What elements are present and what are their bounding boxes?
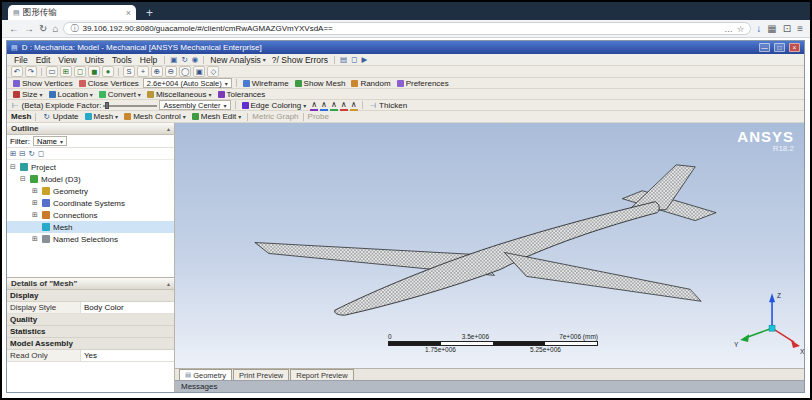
detail-value[interactable]: Body Color [81,302,174,313]
forward-icon[interactable]: → [24,24,34,34]
show-mesh-button[interactable]: Show Mesh [293,79,348,88]
assembly-center-select[interactable]: Assembly Center ▾ [159,100,230,110]
zoom-in-icon[interactable]: ⊕ [151,66,163,77]
menu-units[interactable]: Units [82,55,107,65]
home-icon[interactable]: ⌂ [52,24,58,34]
ansys-title-bar[interactable]: ▤ D : Mechanica: Model - Mechanical [ANS… [7,41,804,54]
chart-icon[interactable]: ◻ [350,55,358,64]
edge-select-icon[interactable]: ● [102,66,114,77]
graphics-viewport[interactable]: Z Y X ANSYS R18.2 0 3.5e [175,123,804,368]
messages-bar[interactable]: Messages [175,380,804,392]
edge-angle-icon[interactable]: ∧ [340,100,348,111]
refresh-model-icon[interactable]: ↻ [180,55,188,64]
miscellaneous-dropdown[interactable]: Miscellaneous ▾ [145,90,214,99]
tree-item-connections[interactable]: ⊞ Connections [7,209,174,221]
tree-item-coordinate-systems[interactable]: ⊞ Coordinate Systems [7,197,174,209]
details-section-statistics[interactable]: Statistics [7,326,174,338]
extend-selection-icon[interactable]: ⊞ [60,66,72,77]
mesh-edit-dropdown[interactable]: Mesh Edit ▾ [190,112,244,121]
menu-edit[interactable]: Edit [33,55,54,65]
browser-tab[interactable]: ▤ 图形传输 × [8,5,136,20]
close-tab-icon[interactable]: × [126,8,131,18]
edge-coloring-dropdown[interactable]: Edge Coloring ▾ [240,101,309,110]
edge-angle-icon[interactable]: ∧ [350,100,358,111]
close-icon[interactable]: × [789,43,800,52]
menu-tools[interactable]: Tools [109,55,135,65]
expand-expander-icon[interactable]: ⊞ [31,211,39,219]
details-header[interactable]: Details of "Mesh" ▴ [7,278,174,290]
browser-menu-icon[interactable]: ≡ [797,24,803,34]
outline-header[interactable]: Outline ▴ [7,123,174,135]
tree-item-model[interactable]: ⊟ Model (D3) [7,173,174,185]
slider-thumb[interactable] [105,102,109,109]
look-at-icon[interactable]: ◇ [207,66,219,77]
tree-item-named-selections[interactable]: ⊞ Named Selections [7,233,174,245]
rotate-icon[interactable]: S [123,66,135,77]
site-info-icon[interactable]: ⓘ [70,23,78,34]
wireframe-button[interactable]: Wireframe [241,79,291,88]
box-select-icon[interactable]: ▭ [46,66,58,77]
body-select-icon[interactable]: ◼ [88,66,100,77]
address-bar[interactable]: ⓘ 39.106.192.90:8080/guacamole/#/client/… [63,22,751,35]
new-analysis-button[interactable]: New Analysis ▾ [208,55,268,65]
details-row-display-style[interactable]: Display Style Body Color [7,302,174,314]
tab-report-preview[interactable]: Report Preview [290,369,353,380]
vertex-select-icon[interactable]: ◻ [74,66,86,77]
collapse-expander-icon[interactable]: ⊟ [9,163,17,171]
menu-file[interactable]: File [11,55,31,65]
zoom-fit-icon[interactable]: ◯ [179,66,191,77]
pin-icon[interactable]: ▴ [167,125,170,132]
thicken-button[interactable]: ⊣ Thicken [367,101,410,110]
maximize-icon[interactable]: □ [774,43,785,52]
expand-all-icon[interactable]: ⊞ [10,149,16,158]
location-dropdown[interactable]: Location ▾ [47,90,95,99]
tab-geometry[interactable]: ▤ Geometry [179,369,232,380]
extensions-icon[interactable]: ▦ [767,24,776,34]
tolerances-button[interactable]: Tolerances [216,90,268,99]
new-tab-button[interactable]: + [146,6,153,20]
play-icon[interactable]: ▶ [360,55,368,64]
edge-angle-icon[interactable]: ∧ [330,100,338,111]
explode-factor-slider[interactable] [103,101,157,110]
details-section-model-assembly[interactable]: Model Assembly [7,338,174,350]
preferences-button[interactable]: Preferences [395,79,451,88]
edge-angle-icon[interactable]: ∧ [310,100,318,111]
filter-select[interactable]: Name ▾ [33,136,67,146]
more-actions-icon[interactable]: … [724,24,733,34]
edge-angle-icon[interactable]: ∧ [320,100,328,111]
menu-help[interactable]: Help [137,55,160,65]
redo-icon[interactable]: ↷ [25,66,37,77]
downloads-icon[interactable]: ↓ [756,24,761,34]
show-vertices-button[interactable]: Show Vertices [11,79,75,88]
minimize-icon[interactable]: — [759,43,770,52]
close-vertices-button[interactable]: Close Vertices [77,79,141,88]
tree-item-project[interactable]: ⊟ Project [7,161,174,173]
worksheet-icon[interactable]: ▣ [169,55,178,64]
collapse-expander-icon[interactable]: ⊟ [19,175,27,183]
scale-select[interactable]: 2.6e+004 (Auto Scale) ▾ [143,78,232,88]
orientation-triad[interactable]: Z Y X [734,292,804,355]
expand-expander-icon[interactable]: ⊞ [31,187,39,195]
expand-expander-icon[interactable]: ⊞ [31,199,39,207]
url-text[interactable]: 39.106.192.90:8080/guacamole/#/client/cm… [82,24,720,33]
refresh-icon[interactable]: ↻ [39,24,47,34]
tag-icon[interactable]: ▤ [339,55,348,64]
show-errors-button[interactable]: ?/ Show Errors [270,55,330,65]
bookmark-star-icon[interactable]: ☆ [737,24,745,34]
back-icon[interactable]: ← [9,24,19,34]
convert-dropdown[interactable]: Convert ▾ [97,90,143,99]
mesh-dropdown[interactable]: Mesh ▾ [83,112,121,121]
expand-expander-icon[interactable]: ⊞ [31,235,39,243]
pan-icon[interactable]: + [137,66,149,77]
tree-item-mesh[interactable]: Mesh [7,221,174,233]
update-button[interactable]: ↻ Update [40,112,80,121]
solve-icon[interactable]: ◉ [191,55,200,64]
pin-icon[interactable]: ▴ [167,280,170,287]
random-colors-button[interactable]: Random [349,79,392,88]
tab-print-preview[interactable]: Print Preview [233,369,289,380]
collapse-all-icon[interactable]: ⊟ [19,149,25,158]
details-row-read-only[interactable]: Read Only Yes [7,350,174,362]
show-hidden-icon[interactable]: ◻ [38,149,44,158]
aircraft-mesh-model[interactable]: Z Y X [175,123,804,368]
undo-icon[interactable]: ↶ [11,66,23,77]
